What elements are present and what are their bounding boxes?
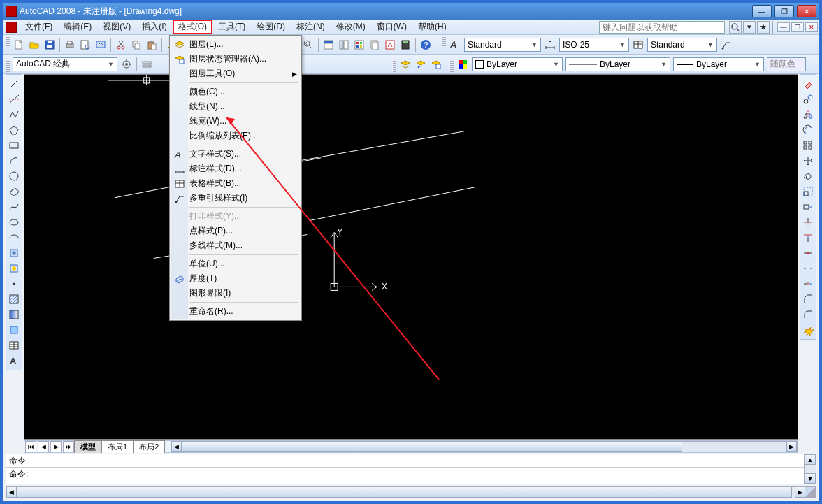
make-block-tool-icon[interactable] [7, 261, 21, 275]
table-style-dropdown[interactable]: Standard▼ [647, 38, 717, 52]
fillet-tool-icon[interactable] [801, 308, 815, 322]
cut-icon[interactable] [113, 37, 129, 52]
toolbar-grip-layer2[interactable] [392, 57, 396, 72]
command-input[interactable] [31, 468, 816, 480]
spline-tool-icon[interactable] [7, 200, 21, 214]
resize-grip[interactable] [805, 487, 816, 498]
menu-item-mline-style[interactable]: 多线样式(M)... [171, 238, 300, 253]
color-control-icon[interactable] [455, 57, 470, 72]
trim-tool-icon[interactable] [801, 215, 815, 229]
table-style-icon[interactable] [630, 37, 646, 52]
toolbar-grip[interactable] [6, 37, 10, 52]
menu-edit[interactable]: 编辑(E) [58, 20, 97, 34]
tab-layout1[interactable]: 布局1 [101, 440, 134, 453]
toolbar-grip-styles[interactable] [442, 37, 446, 52]
linetype-dropdown[interactable]: ByLayer▼ [565, 57, 670, 71]
cmd-scroll-up-button[interactable]: ▲ [805, 454, 816, 465]
command-vscrollbar[interactable]: ▲ ▼ [804, 454, 816, 484]
favorites-icon[interactable]: ★ [757, 21, 770, 34]
chamfer-tool-icon[interactable] [801, 292, 815, 306]
layer-states-icon[interactable] [428, 57, 444, 72]
menu-item-point-style[interactable]: 点样式(P)... [171, 224, 300, 238]
break-point-tool-icon[interactable] [801, 246, 815, 260]
zoom-previous-icon[interactable] [301, 37, 316, 52]
menu-item-color[interactable]: 颜色(C)... [171, 85, 300, 99]
menu-item-layer[interactable]: 图层(L)... [171, 37, 300, 52]
bottom-scroll-left-button[interactable]: ◀ [6, 487, 17, 498]
hscroll-right-button[interactable]: ▶ [786, 442, 797, 452]
xline-tool-icon[interactable] [7, 92, 21, 106]
menu-item-thickness[interactable]: 厚度(T) [171, 271, 300, 286]
tab-layout2[interactable]: 布局2 [133, 440, 165, 453]
menu-item-dim-style[interactable]: 标注样式(D)... [171, 161, 300, 176]
move-tool-icon[interactable] [801, 154, 815, 168]
point-tool-icon[interactable] [7, 277, 21, 291]
rotate-tool-icon[interactable] [801, 169, 815, 183]
layer-manager-icon[interactable] [398, 57, 413, 72]
circle-tool-icon[interactable] [7, 169, 21, 183]
toolbar-grip-props[interactable] [449, 57, 454, 72]
menu-item-rename[interactable]: 重命名(R)... [171, 304, 300, 319]
line-tool-icon[interactable] [7, 77, 21, 91]
break-tool-icon[interactable] [801, 261, 815, 275]
publish-icon[interactable] [93, 37, 108, 52]
gradient-tool-icon[interactable] [7, 308, 21, 322]
menu-item-table-style[interactable]: 表格样式(B)... [171, 176, 300, 191]
menu-item-scale-list[interactable]: 比例缩放列表(E)... [171, 129, 300, 143]
info-dropdown-icon[interactable]: ▾ [743, 21, 756, 34]
tab-nav-prev[interactable]: ◀ [38, 441, 49, 452]
lineweight-dropdown[interactable]: ByLayer▼ [673, 57, 764, 71]
insert-block-tool-icon[interactable] [7, 246, 21, 260]
cmd-scroll-down-button[interactable]: ▼ [805, 473, 816, 484]
sheet-set-icon[interactable] [367, 37, 382, 52]
save-icon[interactable] [42, 37, 57, 52]
scale-tool-icon[interactable] [801, 185, 815, 199]
dim-style-icon[interactable] [542, 37, 558, 52]
ws-toolbar-icon[interactable] [139, 57, 154, 72]
help-search-input[interactable] [599, 21, 725, 34]
menu-item-layer-tools[interactable]: 图层工具(O)▶ [171, 66, 300, 81]
tab-model[interactable]: 模型 [74, 440, 102, 453]
menu-help[interactable]: 帮助(H) [412, 20, 452, 34]
bottom-scroll-right-button[interactable]: ▶ [795, 487, 805, 498]
hscroll-left-button[interactable]: ◀ [171, 442, 182, 452]
extend-tool-icon[interactable] [801, 231, 815, 245]
erase-tool-icon[interactable] [801, 77, 815, 91]
mtext-tool-icon[interactable]: A [7, 354, 21, 368]
menu-tools[interactable]: 工具(T) [212, 20, 251, 34]
menu-item-limits[interactable]: 图形界限(I) [171, 286, 300, 301]
close-button[interactable]: ✕ [797, 5, 816, 17]
bottom-scroll-thumb[interactable] [17, 487, 792, 498]
text-style-icon[interactable]: A [447, 37, 463, 52]
maximize-button[interactable]: ❐ [774, 5, 794, 17]
polyline-tool-icon[interactable] [7, 108, 21, 122]
mleader-style-icon[interactable] [719, 37, 734, 52]
menu-insert[interactable]: 插入(I) [136, 20, 172, 34]
layer-previous-icon[interactable] [413, 57, 428, 72]
ellipse-arc-tool-icon[interactable] [7, 231, 21, 245]
text-style-dropdown[interactable]: Standard▼ [464, 38, 541, 52]
polygon-tool-icon[interactable] [7, 123, 21, 137]
menu-item-lineweight[interactable]: 线宽(W)... [171, 114, 300, 129]
region-tool-icon[interactable] [7, 323, 21, 337]
hscroll-thumb[interactable] [182, 442, 682, 452]
stretch-tool-icon[interactable] [801, 200, 815, 214]
layout-hscrollbar[interactable]: ◀ ▶ [171, 441, 798, 452]
arc-tool-icon[interactable] [7, 154, 21, 168]
menu-window[interactable]: 窗口(W) [371, 20, 412, 34]
tab-nav-first[interactable]: ⏮ [25, 441, 36, 452]
join-tool-icon[interactable] [801, 277, 815, 291]
command-hscrollbar[interactable]: ◀ ▶ [6, 486, 816, 498]
offset-tool-icon[interactable] [801, 123, 815, 137]
tab-nav-last[interactable]: ⏭ [63, 441, 74, 452]
toolbar-grip-ws[interactable] [6, 57, 10, 72]
print-icon[interactable] [62, 37, 78, 52]
copy-icon[interactable] [129, 37, 144, 52]
design-center-icon[interactable] [336, 37, 352, 52]
search-info-icon[interactable] [729, 21, 742, 34]
help-icon[interactable]: ? [418, 37, 433, 52]
child-restore-button[interactable]: ❐ [791, 22, 804, 32]
drawing-canvas[interactable]: X Y [24, 74, 798, 440]
menu-item-units[interactable]: 单位(U)... [171, 257, 300, 271]
tab-nav-next[interactable]: ▶ [50, 441, 62, 452]
